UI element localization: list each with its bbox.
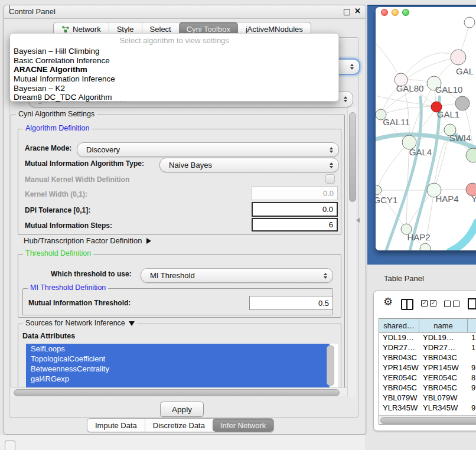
data-attributes-label: Data Attributes	[22, 332, 75, 340]
algorithm-option[interactable]: Bayesian – K2	[10, 84, 338, 93]
node-green-right[interactable]	[466, 148, 476, 162]
algorithm-option[interactable]: Bayesian – Hill Climbing	[10, 47, 338, 56]
gear-icon[interactable]: ⚙	[383, 296, 393, 307]
table-cell: 9.	[468, 363, 476, 373]
algorithm-dropdown-placeholder: Select algorithm to view settings	[10, 36, 338, 47]
apply-button[interactable]: Apply	[160, 402, 204, 417]
tab-label: Select	[150, 25, 171, 34]
table-cell: YBR043C	[379, 353, 419, 363]
algorithm-option[interactable]: Dream8 DC_TDC Algorithm	[10, 93, 338, 102]
list-scrollbar-thumb[interactable]	[327, 345, 334, 386]
dpi-tolerance-input[interactable]: 0.0	[252, 202, 338, 217]
network-edge[interactable]	[450, 222, 476, 250]
data-attribute-item[interactable]: SelfLoops	[26, 344, 330, 354]
node-gcy1[interactable]	[376, 185, 382, 195]
table-row[interactable]: YER054CYER054C8.	[379, 373, 476, 383]
float-panel-icon[interactable]	[344, 9, 350, 15]
hub-definition-disclosure[interactable]: Hub/Transcription Factor Definition	[24, 236, 151, 245]
settings-vertical-scrollbar[interactable]	[347, 107, 356, 397]
node-partial-top[interactable]	[464, 17, 475, 28]
table-row[interactable]: YBR045CYBR045C9.	[379, 383, 476, 393]
table-row[interactable]: YBL079WYBL079W	[379, 393, 476, 403]
node-label-gal11: GAL11	[383, 117, 410, 127]
column-header[interactable]: name	[419, 319, 468, 332]
column-header[interactable]: shared…	[379, 319, 419, 332]
manual-kernel-width-checkbox[interactable]	[325, 174, 335, 184]
close-panel-icon[interactable]: ✕	[354, 6, 361, 15]
split-panel-icon[interactable]	[401, 299, 413, 310]
bottom-tab-impute-data[interactable]: Impute Data	[87, 419, 145, 432]
disclosure-right-icon[interactable]	[146, 238, 151, 244]
select-all-icon[interactable]: ✓✓	[421, 300, 439, 311]
bottom-strip	[0, 435, 365, 450]
disclosure-down-icon[interactable]	[129, 321, 135, 326]
data-attribute-item[interactable]: gal4RGexp	[26, 374, 330, 384]
horizontal-scrollbar-thumb[interactable]	[14, 389, 340, 396]
table-cell: 13	[468, 332, 476, 343]
data-attribute-item[interactable]: BetweennessCentrality	[26, 364, 330, 374]
node-label-swi4: SWI4	[449, 133, 471, 143]
network-edge[interactable]	[401, 53, 458, 80]
which-threshold-value: MI Threshold	[141, 271, 195, 280]
table-row[interactable]: YPR145WYPR145W9.	[379, 363, 476, 373]
data-attribute-item[interactable]: TopologicalCoefficient	[26, 354, 330, 364]
algorithm-option[interactable]: Mutual Information Inference	[10, 74, 338, 84]
table-horizontal-scrollbar[interactable]	[379, 415, 476, 424]
table-row[interactable]: YDR27…YDR27…12	[379, 343, 476, 353]
table-cell: 12	[468, 343, 476, 353]
control-panel-titlebar[interactable]: Control Panel ✕	[4, 5, 366, 19]
table-row[interactable]: YBR043CYBR043C	[379, 353, 476, 363]
network-edge[interactable]	[410, 97, 439, 250]
unselect-all-icon[interactable]	[444, 301, 462, 311]
table-cell: YBR045C	[379, 383, 419, 393]
network-canvas[interactable]: GALGAL80GAL10GAL1GAL11SWI4GAL4GCY1HAP4YH…	[376, 7, 476, 250]
table-row[interactable]: YLR345WYLR345W9.	[379, 403, 476, 413]
network-window[interactable]: GALGAL80GAL10GAL1GAL11SWI4GAL4GCY1HAP4YH…	[376, 7, 476, 250]
table-row[interactable]: YDL19…YDL19…13	[379, 332, 476, 343]
table-cell: YDL19…	[419, 332, 468, 343]
screen: Control Panel ✕ NetworkStyleSelectCyni T…	[0, 0, 476, 450]
tab-label: Impute Data	[95, 421, 137, 430]
node-gray[interactable]	[455, 96, 470, 110]
table-cell: 8.	[468, 373, 476, 383]
node-label-gal4: GAL4	[409, 147, 432, 157]
table-cell: 9.	[468, 383, 476, 393]
table-cell: YBL079W	[419, 393, 468, 403]
table-cell: YDR27…	[379, 343, 419, 353]
node-gal-partial[interactable]	[451, 50, 466, 65]
table-cell: YLR345W	[419, 403, 468, 413]
data-attributes-list[interactable]: SelfLoopsTopologicalCoefficientBetweenne…	[26, 344, 338, 387]
algorithm-option[interactable]: ARACNE Algorithm	[10, 65, 338, 74]
tab-label: Style	[117, 25, 134, 34]
tab-label: Cyni Toolbox	[187, 25, 230, 34]
mi-algorithm-type-combo[interactable]: Naive Bayes	[159, 158, 339, 172]
file-icon[interactable]	[468, 298, 476, 309]
aracne-mode-combo[interactable]: Discovery	[77, 142, 339, 157]
bottom-tab-infer-network[interactable]: Infer Network	[213, 419, 273, 432]
table-scrollbar-thumb[interactable]	[380, 417, 476, 424]
vertical-scrollbar-thumb[interactable]	[349, 112, 356, 202]
node-label-gal80: GAL80	[396, 83, 424, 93]
network-edge[interactable]	[377, 142, 409, 190]
stepper-arrows-icon	[344, 96, 347, 102]
column-header[interactable]	[468, 319, 476, 332]
bottom-tab-discretize-data[interactable]: Discretize Data	[145, 419, 213, 432]
mi-steps-input[interactable]: 6	[252, 218, 338, 231]
algorithm-option[interactable]: Basic Correlation Inference	[10, 56, 338, 66]
algorithm-definition-title: Algorithm Definition	[23, 124, 92, 132]
sources-title[interactable]: Sources for Network Inference	[23, 319, 137, 327]
which-threshold-combo[interactable]: MI Threshold	[141, 268, 333, 283]
stepper-arrows-icon	[330, 162, 333, 168]
table-cell: YER054C	[379, 373, 419, 383]
panel-title: Control Panel	[9, 7, 56, 16]
table-cell: YBR045C	[419, 383, 468, 393]
minimized-widget[interactable]	[5, 441, 15, 450]
tab-label: jActiveMNodules	[246, 25, 303, 34]
panel-divider-collapse-icon[interactable]	[356, 218, 360, 223]
aracne-mode-label: Aracne Mode:	[25, 144, 71, 152]
kernel-width-input[interactable]: 0.0	[252, 186, 338, 200]
table-cell: YPR145W	[379, 363, 419, 373]
settings-horizontal-scrollbar[interactable]	[11, 387, 347, 396]
network-icon	[61, 25, 70, 33]
mi-threshold-input[interactable]: 0.5	[249, 296, 333, 310]
